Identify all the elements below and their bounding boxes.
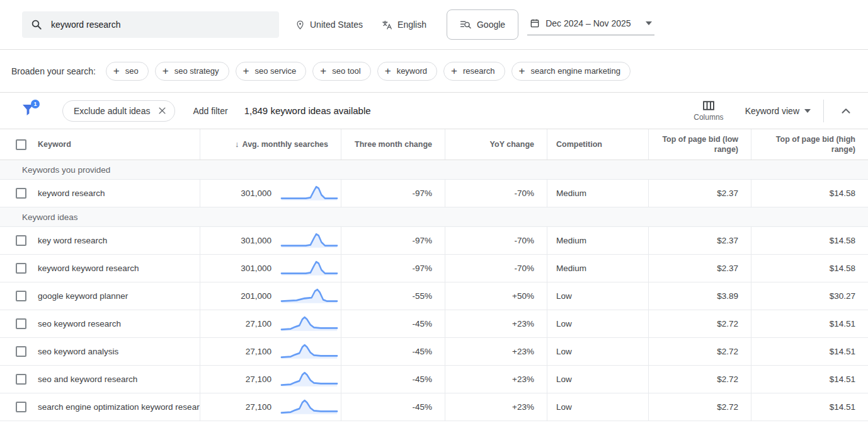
location-pin-icon — [295, 20, 305, 30]
table-row[interactable]: seo keyword analysis27,100-45%+23%Low$2.… — [0, 338, 868, 366]
translate-icon — [382, 20, 392, 30]
header-keyword[interactable]: Keyword — [38, 140, 71, 149]
header-avg-monthly-searches[interactable]: ↓ Avg. monthly searches — [200, 129, 341, 160]
header-bid-high[interactable]: Top of page bid (high range) — [751, 129, 868, 160]
broaden-chip[interactable]: +seo — [106, 62, 149, 81]
view-label: Keyword view — [745, 106, 799, 116]
plus-icon: + — [385, 66, 391, 76]
row-checkbox[interactable] — [16, 402, 26, 412]
row-checkbox[interactable] — [16, 291, 26, 301]
yoy-change-value: +23% — [445, 310, 547, 337]
competition-value: Low — [547, 393, 648, 421]
bid-low-value: $2.72 — [648, 310, 751, 337]
keyword-cell: key word research — [0, 227, 200, 254]
avg-searches-value: 27,100 — [246, 402, 271, 412]
table-row[interactable]: seo and keyword research27,100-45%+23%Lo… — [0, 366, 868, 393]
date-range-label: Dec 2024 – Nov 2025 — [545, 18, 631, 28]
keywords-table: Keyword ↓ Avg. monthly searches Three mo… — [0, 129, 868, 421]
filter-chip-exclude-adult[interactable]: Exclude adult ideas — [62, 100, 175, 122]
table-section-row: Keywords you provided — [0, 160, 868, 180]
view-selector[interactable]: Keyword view — [745, 106, 811, 116]
avg-searches-value: 301,000 — [241, 236, 271, 245]
filter-count-badge: 1 — [31, 100, 40, 108]
filter-funnel-icon[interactable]: 1 — [21, 102, 37, 120]
competition-value: Low — [547, 366, 648, 393]
language-label: English — [397, 20, 426, 30]
competition-value: Medium — [547, 180, 648, 207]
row-checkbox[interactable] — [16, 188, 26, 199]
keyword-cell: seo keyword analysis — [0, 338, 200, 365]
section-label: Keywords you provided — [22, 165, 110, 175]
bid-low-value: $3.89 — [648, 282, 751, 310]
three-month-change-value: -45% — [341, 310, 445, 337]
row-checkbox[interactable] — [16, 235, 26, 246]
keyword-cell: google keyword planner — [0, 282, 200, 310]
table-row[interactable]: keyword keyword research301,000-97%-70%M… — [0, 255, 868, 282]
broaden-chip[interactable]: +seo tool — [312, 62, 370, 81]
ideas-count: 1,849 keyword ideas available — [244, 105, 371, 116]
table-row[interactable]: keyword research301,000-97%-70%Medium$2.… — [0, 180, 868, 207]
trend-sparkline — [280, 288, 338, 305]
row-checkbox[interactable] — [16, 374, 26, 385]
keyword-text: key word research — [38, 236, 107, 245]
plus-icon: + — [451, 66, 457, 76]
row-checkbox[interactable] — [16, 318, 26, 329]
broaden-chip[interactable]: +research — [443, 62, 505, 81]
keyword-text: seo keyword analysis — [38, 347, 118, 356]
keyword-search-input[interactable]: keyword research — [22, 11, 279, 38]
table-row[interactable]: search engine optimization keyword resea… — [0, 393, 868, 421]
add-filter-button[interactable]: Add filter — [193, 106, 227, 116]
topbar: keyword research United States English G… — [0, 0, 868, 50]
network-selector[interactable]: Google — [447, 9, 518, 40]
location-label: United States — [310, 20, 363, 30]
bid-high-value: $14.51 — [751, 338, 868, 365]
yoy-change-value: +23% — [445, 338, 547, 365]
keyword-cell: keyword research — [0, 180, 200, 207]
chevron-up-icon — [839, 104, 853, 118]
header-competition[interactable]: Competition — [547, 129, 648, 160]
table-section-row: Keyword ideas — [0, 207, 868, 227]
results-panel: 1 Exclude adult ideas Add filter 1,849 k… — [0, 93, 868, 421]
language-selector[interactable]: English — [382, 20, 426, 30]
table-row[interactable]: key word research301,000-97%-70%Medium$2… — [0, 227, 868, 255]
columns-button[interactable]: Columns — [694, 100, 723, 122]
section-label: Keyword ideas — [22, 212, 78, 222]
header-bid-low[interactable]: Top of page bid (low range) — [648, 129, 751, 160]
header-three-month-change[interactable]: Three month change — [341, 129, 445, 160]
row-checkbox[interactable] — [16, 263, 26, 274]
table-row[interactable]: google keyword planner201,000-55%+50%Low… — [0, 282, 868, 310]
bid-low-value: $2.72 — [648, 393, 751, 421]
plus-icon: + — [163, 66, 169, 76]
broaden-chip[interactable]: +seo service — [236, 62, 307, 81]
columns-icon — [702, 100, 715, 111]
location-selector[interactable]: United States — [295, 20, 363, 30]
bid-high-value: $14.51 — [751, 310, 868, 337]
date-range-selector[interactable]: Dec 2024 – Nov 2025 — [527, 15, 654, 35]
close-icon[interactable] — [157, 106, 167, 115]
avg-searches-cell: 27,100 — [200, 338, 341, 365]
row-checkbox[interactable] — [16, 346, 26, 357]
broaden-chip-label: seo tool — [332, 66, 361, 76]
yoy-change-value: +50% — [445, 282, 547, 310]
table-row[interactable]: seo keyword research27,100-45%+23%Low$2.… — [0, 310, 868, 338]
broaden-chip-label: seo — [125, 66, 139, 76]
broaden-chip-label: research — [463, 66, 495, 76]
bid-high-value: $14.51 — [751, 393, 868, 421]
avg-searches-value: 27,100 — [246, 347, 271, 356]
bid-low-value: $2.37 — [648, 227, 751, 254]
broaden-chip-label: seo service — [254, 66, 296, 76]
broaden-chip[interactable]: +seo strategy — [155, 62, 229, 81]
yoy-change-value: +23% — [445, 393, 547, 421]
keyword-text: keyword keyword research — [38, 264, 139, 273]
broaden-chip[interactable]: +keyword — [377, 62, 437, 81]
trend-sparkline — [280, 185, 338, 202]
broaden-chip[interactable]: +search engine marketing — [511, 62, 631, 81]
competition-value: Low — [547, 282, 648, 310]
header-yoy-change[interactable]: YoY change — [445, 129, 547, 160]
avg-searches-value: 301,000 — [241, 264, 271, 273]
keyword-text: seo keyword research — [38, 319, 121, 328]
collapse-panel-button[interactable] — [837, 102, 855, 120]
select-all-checkbox[interactable] — [16, 139, 26, 150]
trend-sparkline — [280, 398, 338, 416]
trend-sparkline — [280, 232, 338, 250]
